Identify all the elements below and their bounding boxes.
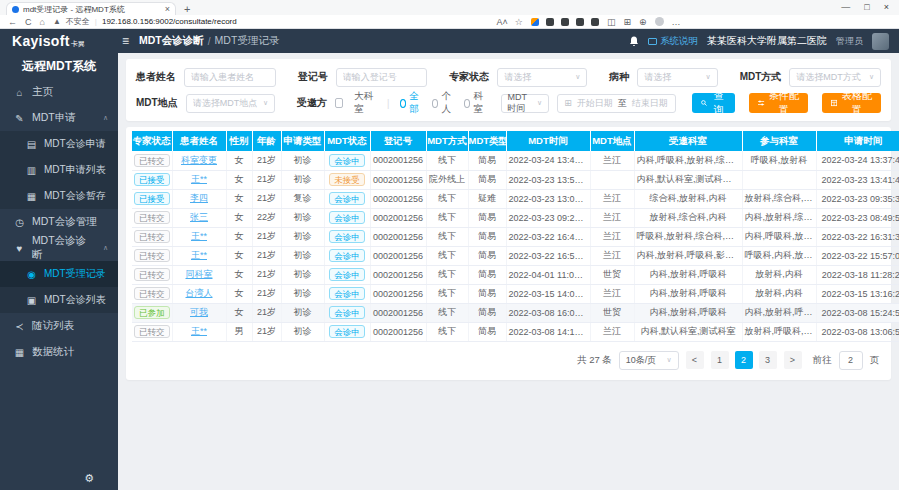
back-icon[interactable]: ←: [8, 17, 17, 27]
expert-status-chip: 已转交: [134, 287, 170, 300]
table-row: 已转交王**女21岁初诊会诊中0002001256线下简易2022-03-22 …: [132, 227, 899, 246]
big-dept-checkbox[interactable]: [335, 98, 343, 108]
breadcrumb-parent: MDT会诊诊断: [139, 34, 204, 48]
patient-name-link[interactable]: 同科室: [186, 269, 213, 279]
sidebar-item-MDT会诊暂存[interactable]: ▦MDT会诊暂存: [0, 183, 118, 209]
window-minimize-button[interactable]: —: [841, 0, 850, 15]
sidebar-item-数据统计[interactable]: ▦数据统计: [0, 339, 118, 365]
disease-select[interactable]: 请选择∨: [637, 68, 717, 87]
column-header: 参与科室: [742, 131, 816, 151]
user-avatar[interactable]: [872, 33, 889, 50]
column-header: 性别: [226, 131, 252, 151]
column-header: 申请时间: [816, 131, 899, 151]
sidebar-item-MDT会诊诊断[interactable]: ♥MDT会诊诊断∧: [0, 235, 118, 261]
form-icon: ▤: [26, 139, 37, 150]
refresh-icon[interactable]: C: [25, 17, 32, 27]
extension-icon[interactable]: [546, 18, 554, 26]
tab-close-icon[interactable]: ×: [165, 5, 170, 14]
tab-title: mdt受理记录 - 远程MDT系统: [23, 4, 161, 15]
table-row: 已转交张三女22岁初诊会诊中0002001256线下简易2022-03-23 0…: [132, 208, 899, 227]
expert-status-chip: 已转交: [134, 230, 170, 243]
next-page-button[interactable]: >: [784, 351, 802, 369]
mdt-status-chip: 会诊中: [329, 306, 365, 319]
invitee-radio-个人[interactable]: 个人: [432, 90, 455, 116]
draft-icon: ▦: [26, 191, 37, 202]
browser-menu-icon[interactable]: …: [672, 17, 681, 27]
sidebar-collapse-icon[interactable]: ≡: [122, 34, 129, 48]
extension-icon[interactable]: [531, 18, 539, 26]
favorite-star-icon[interactable]: ☆: [515, 17, 523, 27]
monitor-icon: [648, 38, 657, 45]
sidebar: 远程MDT系统 ⌂主页✎MDT申请∧▤MDT会诊申请▥MDT申请列表▦MDT会诊…: [0, 53, 118, 490]
extension-icon[interactable]: [591, 18, 599, 26]
window-maximize-button[interactable]: □: [864, 0, 869, 15]
filter-panel: 患者姓名 登记号 专家状态 请选择∨ 病种 请选择∨ MDT方式 请选: [126, 59, 891, 121]
url-field[interactable]: ▲ 不安全 | 192.168.0.156:9002/consultate/re…: [53, 16, 523, 27]
extension-icon[interactable]: [561, 18, 569, 26]
sidebar-item-主页[interactable]: ⌂主页: [0, 79, 118, 105]
goto-page-input[interactable]: [839, 351, 863, 370]
sidebar-item-MDT会诊申请[interactable]: ▤MDT会诊申请: [0, 131, 118, 157]
chevron-down-icon: ∨: [666, 356, 671, 364]
expert-status-label: 专家状态: [449, 70, 489, 84]
prev-page-button[interactable]: <: [686, 351, 704, 369]
mdt-mode-select[interactable]: 请选择MDT方式∨: [789, 68, 881, 87]
expert-status-select[interactable]: 请选择∨: [497, 68, 587, 87]
sidebar-item-随访列表[interactable]: ≺随访列表: [0, 313, 118, 339]
patient-name-link[interactable]: 科室变更: [181, 155, 217, 165]
window-close-button[interactable]: ×: [884, 0, 889, 15]
patient-name-label: 患者姓名: [136, 70, 176, 84]
split-screen-icon[interactable]: ◫: [607, 17, 616, 27]
favorites-icon[interactable]: ⊞: [623, 17, 631, 27]
invitee-radio-全部[interactable]: 全部: [400, 90, 423, 116]
mdt-status-chip: 会诊中: [329, 154, 365, 167]
patient-name-link[interactable]: 王**: [191, 174, 207, 184]
read-aloud-icon[interactable]: A˄: [497, 17, 508, 27]
sidebar-item-MDT会诊列表[interactable]: ▣MDT会诊列表: [0, 287, 118, 313]
sidebar-item-MDT会诊管理[interactable]: ◷MDT会诊管理: [0, 209, 118, 235]
extension-icon[interactable]: [576, 18, 584, 26]
page-button-3[interactable]: 3: [759, 351, 777, 369]
browser-tab[interactable]: mdt受理记录 - 远程MDT系统 ×: [6, 2, 176, 15]
column-header: MDT时间: [506, 131, 590, 151]
table-row: 已接受李四女21岁复诊会诊中0002001256线下疑难2022-03-23 1…: [132, 189, 899, 208]
mdt-place-select[interactable]: 请选择MDT地点∨: [186, 94, 275, 113]
page-size-select[interactable]: 10条/页∨: [619, 351, 679, 370]
condition-config-button[interactable]: 条件配置: [749, 93, 808, 113]
patient-name-input[interactable]: [184, 68, 276, 87]
patient-name-link[interactable]: 台湾人: [186, 288, 213, 298]
patient-name-link[interactable]: 王**: [191, 231, 207, 241]
record-icon: ◉: [26, 269, 37, 280]
table-config-button[interactable]: 表格配置: [822, 93, 881, 113]
expert-status-chip: 已转交: [134, 211, 170, 224]
browser-profile-avatar[interactable]: [655, 17, 664, 26]
page-button-1[interactable]: 1: [711, 351, 729, 369]
reg-no-input[interactable]: [336, 68, 428, 87]
system-help-link[interactable]: 系统说明: [648, 35, 698, 48]
home-icon[interactable]: ⌂: [40, 17, 45, 27]
table-row: 已转交同科室女21岁初诊会诊中0002001256线下简易2022-04-01 …: [132, 265, 899, 284]
sidebar-item-MDT申请列表[interactable]: ▥MDT申请列表: [0, 157, 118, 183]
search-button[interactable]: 查询: [692, 93, 735, 113]
sidebar-item-MDT受理记录[interactable]: ◉MDT受理记录: [0, 261, 118, 287]
collections-icon[interactable]: ⊕: [639, 17, 647, 27]
sidebar-item-MDT申请[interactable]: ✎MDT申请∧: [0, 105, 118, 131]
system-title: 远程MDT系统: [0, 53, 118, 79]
mdt-time-select[interactable]: MDT时间∨: [501, 94, 550, 113]
patient-name-link[interactable]: 张三: [190, 212, 208, 222]
column-header: MDT类型: [468, 131, 506, 151]
patient-name-link[interactable]: 王**: [191, 326, 207, 336]
expert-status-chip: 已转交: [134, 249, 170, 262]
page-button-2[interactable]: 2: [735, 351, 753, 369]
gear-icon[interactable]: ⚙: [84, 472, 94, 485]
invitee-radio-科室[interactable]: 科室: [464, 90, 487, 116]
chevron-down-icon: ∨: [706, 73, 711, 81]
mdt-status-chip: 会诊中: [329, 249, 365, 262]
patient-name-link[interactable]: 王**: [191, 250, 207, 260]
date-range-picker[interactable]: ⊞ 开始日期 至 结束日期: [557, 94, 676, 113]
notification-bell-icon[interactable]: [629, 36, 639, 47]
column-header: 患者姓名: [172, 131, 226, 151]
patient-name-link[interactable]: 可我: [190, 307, 208, 317]
new-tab-button[interactable]: +: [184, 3, 190, 15]
patient-name-link[interactable]: 李四: [190, 193, 208, 203]
